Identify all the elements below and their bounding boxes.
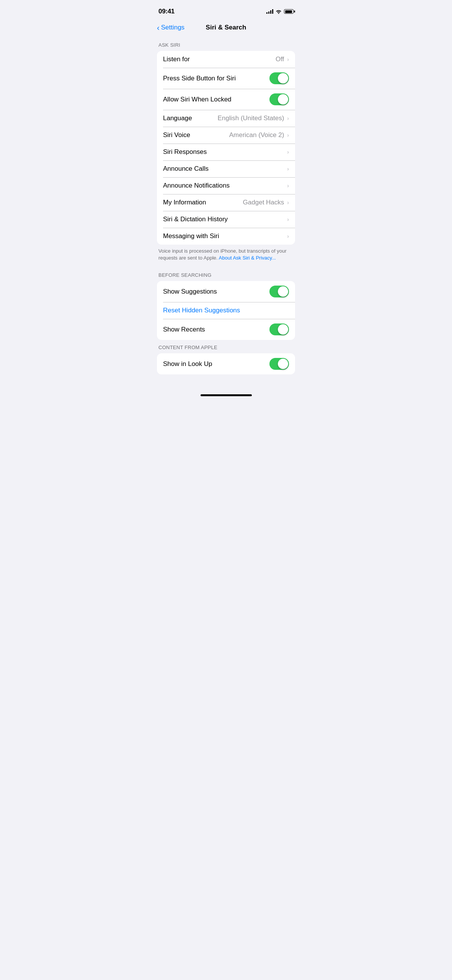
back-label: Settings (161, 24, 184, 31)
announce-notifications-label: Announce Notifications (163, 182, 286, 189)
row-allow-when-locked[interactable]: Allow Siri When Locked (157, 89, 295, 110)
siri-voice-label: Siri Voice (163, 131, 229, 139)
section-label-ask-siri: ASK SIRI (151, 38, 301, 51)
back-chevron-icon: ‹ (157, 24, 160, 31)
allow-when-locked-toggle[interactable] (269, 93, 289, 105)
press-side-button-toggle[interactable] (269, 72, 289, 84)
status-bar: 09:41 (151, 0, 301, 21)
before-searching-group: Show Suggestions Reset Hidden Suggestion… (157, 281, 295, 340)
siri-dictation-history-label: Siri & Dictation History (163, 216, 286, 223)
row-language[interactable]: Language English (United States) › (157, 110, 295, 127)
language-value: English (United States) › (217, 114, 289, 122)
chevron-icon: › (287, 216, 289, 222)
back-button[interactable]: ‹ Settings (157, 24, 184, 31)
chevron-icon: › (287, 56, 289, 62)
row-show-in-look-up[interactable]: Show in Look Up (157, 353, 295, 374)
row-siri-responses[interactable]: Siri Responses › (157, 144, 295, 160)
chevron-icon: › (287, 115, 289, 121)
show-recents-label: Show Recents (163, 326, 269, 333)
content-from-apple-group: Show in Look Up (157, 353, 295, 374)
chevron-icon: › (287, 183, 289, 189)
chevron-icon: › (287, 166, 289, 172)
chevron-icon: › (287, 132, 289, 138)
section-label-before-searching: BEFORE SEARCHING (151, 268, 301, 281)
row-listen-for[interactable]: Listen for Off › (157, 51, 295, 68)
allow-when-locked-label: Allow Siri When Locked (163, 96, 269, 103)
status-icons (266, 9, 294, 14)
row-siri-dictation-history[interactable]: Siri & Dictation History › (157, 211, 295, 228)
row-announce-notifications[interactable]: Announce Notifications › (157, 177, 295, 194)
ask-siri-footer: Voice input is processed on iPhone, but … (151, 245, 301, 268)
my-information-label: My Information (163, 199, 243, 206)
siri-voice-value: American (Voice 2) › (229, 131, 289, 139)
wifi-icon (276, 9, 282, 14)
show-suggestions-toggle[interactable] (269, 286, 289, 297)
status-time: 09:41 (158, 8, 175, 15)
press-side-button-label: Press Side Button for Siri (163, 75, 269, 82)
signal-icon (266, 9, 273, 14)
reset-hidden-suggestions-label: Reset Hidden Suggestions (163, 307, 289, 314)
row-reset-hidden-suggestions[interactable]: Reset Hidden Suggestions (157, 302, 295, 319)
battery-icon (284, 9, 294, 14)
show-in-look-up-toggle[interactable] (269, 358, 289, 370)
show-recents-toggle[interactable] (269, 323, 289, 335)
nav-header: ‹ Settings Siri & Search (151, 21, 301, 38)
chevron-icon: › (287, 233, 289, 239)
siri-responses-label: Siri Responses (163, 148, 286, 156)
language-label: Language (163, 114, 217, 122)
page-title: Siri & Search (206, 24, 246, 31)
row-show-recents[interactable]: Show Recents (157, 319, 295, 340)
row-announce-calls[interactable]: Announce Calls › (157, 160, 295, 177)
row-messaging-with-siri[interactable]: Messaging with Siri › (157, 228, 295, 245)
announce-calls-label: Announce Calls (163, 165, 286, 173)
row-siri-voice[interactable]: Siri Voice American (Voice 2) › (157, 127, 295, 144)
show-in-look-up-label: Show in Look Up (163, 360, 269, 368)
row-my-information[interactable]: My Information Gadget Hacks › (157, 194, 295, 211)
show-suggestions-label: Show Suggestions (163, 288, 269, 296)
listen-for-value: Off › (276, 56, 289, 63)
chevron-icon: › (287, 149, 289, 155)
section-label-content-from-apple: CONTENT FROM APPLE (151, 340, 301, 353)
ask-siri-privacy-link[interactable]: About Ask Siri & Privacy... (219, 255, 276, 261)
my-information-value: Gadget Hacks › (243, 199, 289, 206)
row-press-side-button[interactable]: Press Side Button for Siri (157, 68, 295, 89)
siri-responses-chevron: › (286, 149, 289, 155)
ask-siri-group: Listen for Off › Press Side Button for S… (157, 51, 295, 245)
home-indicator (201, 394, 252, 396)
messaging-with-siri-label: Messaging with Siri (163, 232, 286, 240)
row-show-suggestions[interactable]: Show Suggestions (157, 281, 295, 302)
listen-for-label: Listen for (163, 56, 276, 63)
chevron-icon: › (287, 199, 289, 206)
